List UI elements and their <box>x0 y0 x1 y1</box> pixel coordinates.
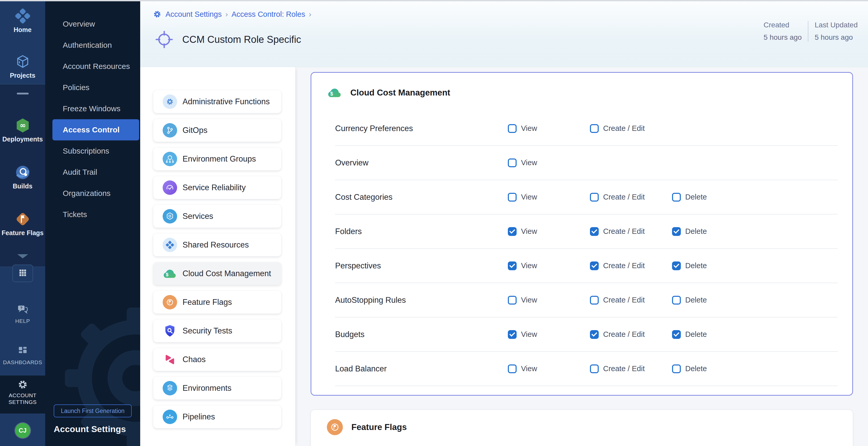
checkbox[interactable] <box>508 124 517 133</box>
builds-icon <box>15 164 31 181</box>
permission-row: Cost Categories ViewCreate / EditDelete <box>335 180 838 215</box>
checkbox[interactable] <box>508 261 517 270</box>
panel-header: $ Cloud Cost Management <box>328 86 450 99</box>
rail-module[interactable]: Projects <box>0 54 45 79</box>
resource-category-card[interactable]: Environment Groups <box>153 148 281 170</box>
dashboards-icon <box>17 345 29 357</box>
permission-row: Perspectives ViewCreate / EditDelete <box>335 249 838 283</box>
permission-create-edit: Create / Edit <box>590 193 645 201</box>
resource-category-label: Environment Groups <box>183 154 256 164</box>
resource-category-card[interactable]: $ Cloud Cost Management <box>153 262 281 285</box>
ccm-permissions-panel: $ Cloud Cost Management Currency Prefere… <box>311 72 853 396</box>
svg-text:$: $ <box>330 91 333 97</box>
permission-create-edit: Create / Edit <box>590 124 645 133</box>
permission-create-edit: Create / Edit <box>590 227 645 236</box>
checkbox[interactable] <box>672 296 681 305</box>
pipelines-icon <box>163 410 177 424</box>
created-block: Created 5 hours ago <box>757 21 808 41</box>
rail-utility[interactable]: ? HELP <box>0 303 45 324</box>
checkbox[interactable] <box>590 261 599 270</box>
created-label: Created <box>764 21 802 29</box>
sidebar-menu-item-label: Freeze Windows <box>63 104 120 113</box>
launch-first-generation-button[interactable]: Launch First Generation <box>54 405 132 417</box>
checkbox[interactable] <box>590 193 599 201</box>
checkbox[interactable] <box>508 364 517 373</box>
checkbox-label: Create / Edit <box>603 364 645 373</box>
checkbox[interactable] <box>508 193 517 201</box>
checkbox[interactable] <box>508 330 517 339</box>
resource-category-card[interactable]: Shared Resources <box>153 233 281 256</box>
rail-module[interactable]: Home <box>0 8 45 34</box>
sidebar-menu-item[interactable]: Account Resources <box>45 56 140 77</box>
resource-name: Cost Categories <box>335 193 393 202</box>
checkbox[interactable] <box>508 296 517 305</box>
checkbox[interactable] <box>672 330 681 339</box>
resource-category-card[interactable]: Service Reliability <box>153 176 281 199</box>
checkbox[interactable] <box>590 364 599 373</box>
permission-create-edit: Create / Edit <box>590 364 645 373</box>
feature-flags-icon <box>15 211 31 227</box>
rail-module[interactable]: Builds <box>0 164 45 190</box>
sidebar-menu-item[interactable]: Authentication <box>45 35 140 56</box>
admin-gear-icon <box>163 94 177 109</box>
resource-category-card[interactable]: Security Tests <box>153 320 281 342</box>
environments-icon <box>163 381 177 395</box>
sidebar-menu-item-label: Tickets <box>63 210 87 219</box>
permission-create-edit: Create / Edit <box>590 261 645 270</box>
rail-drag-handle[interactable] <box>17 93 29 94</box>
chevron-down-icon[interactable] <box>17 254 28 258</box>
avatar[interactable]: CJ <box>15 423 30 438</box>
checkbox[interactable] <box>672 193 681 201</box>
checkbox[interactable] <box>590 227 599 236</box>
breadcrumb-segment: Access Control: Roles › <box>231 10 311 19</box>
checkbox[interactable] <box>590 296 599 305</box>
rail-item-account-settings[interactable]: ACCOUNT SETTINGS <box>0 379 45 406</box>
sidebar-menu-item[interactable]: Audit Trail <box>45 162 140 183</box>
resource-name: Perspectives <box>335 261 381 270</box>
sidebar-menu-item[interactable]: Access Control <box>53 119 139 140</box>
checkbox[interactable] <box>508 227 517 236</box>
permission-row: Folders ViewCreate / EditDelete <box>335 215 838 249</box>
checkbox-label: View <box>521 227 537 236</box>
breadcrumb-link[interactable]: Account Settings <box>165 10 222 19</box>
checkbox[interactable] <box>672 261 681 270</box>
resource-category-card[interactable]: Administrative Functions <box>153 90 281 113</box>
resource-category-card[interactable]: Environments <box>153 377 281 400</box>
panel-title: Cloud Cost Management <box>350 88 450 98</box>
window-top-strip <box>0 0 868 1</box>
rail-module[interactable]: Feature Flags <box>0 211 45 237</box>
rail-utility[interactable]: DASHBOARDS <box>0 345 45 365</box>
resource-category-card[interactable]: GitOps <box>153 119 281 142</box>
sidebar-menu-item[interactable]: Freeze Windows <box>45 98 140 119</box>
permission-view: View <box>508 330 537 339</box>
module-switcher-button[interactable] <box>12 264 33 282</box>
checkbox-label: Delete <box>685 227 707 236</box>
sidebar-menu-item[interactable]: Organizations <box>45 183 140 204</box>
permission-view: View <box>508 364 537 373</box>
resource-category-card[interactable]: Chaos <box>153 348 281 371</box>
title-row: CCM Custom Role Specific <box>154 30 301 49</box>
apps-grid-icon <box>17 267 28 280</box>
checkbox[interactable] <box>672 364 681 373</box>
permission-view: View <box>508 158 537 167</box>
checkbox[interactable] <box>590 330 599 339</box>
permission-delete: Delete <box>672 364 707 373</box>
checkbox-label: Delete <box>685 193 707 201</box>
checkbox[interactable] <box>672 227 681 236</box>
resource-category-card[interactable]: Pipelines <box>153 406 281 428</box>
sidebar-menu-item[interactable]: Overview <box>45 13 140 35</box>
rail-module[interactable]: ∞ Deployments <box>0 118 45 143</box>
permission-rows: Currency Preferences ViewCreate / Edit O… <box>335 112 838 386</box>
resource-category-card[interactable]: Services <box>153 205 281 228</box>
sidebar-menu-item[interactable]: Policies <box>45 77 140 98</box>
sidebar-menu-item[interactable]: Subscriptions <box>45 140 140 162</box>
permission-row: Budgets ViewCreate / EditDelete <box>335 317 838 352</box>
resource-category-list: Administrative Functions GitOps Environm… <box>140 67 296 446</box>
sidebar-menu-item-label: Authentication <box>63 41 112 49</box>
checkbox[interactable] <box>508 158 517 167</box>
resource-category-card[interactable]: Feature Flags <box>153 291 281 314</box>
checkbox[interactable] <box>590 124 599 133</box>
meta-timestamps: Created 5 hours ago Last Updated 5 hours… <box>757 21 864 41</box>
sidebar-menu-item[interactable]: Tickets <box>45 204 140 225</box>
breadcrumb-link[interactable]: Access Control: Roles <box>231 10 305 19</box>
